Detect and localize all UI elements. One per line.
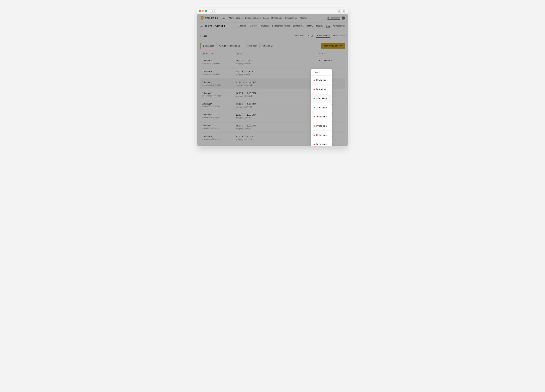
subnav-item[interactable]: ВЭД	[326, 25, 330, 28]
row-sum: 14,00 ₽→1,18 CN¥	[236, 92, 319, 94]
section-title: Счета и платежи	[205, 24, 225, 27]
more-icon[interactable]: ···	[309, 17, 312, 19]
popover-status-label: Исполнена	[316, 106, 327, 109]
subnav-item[interactable]: Выставление счета	[272, 25, 290, 27]
topnav-item[interactable]: Страхование	[285, 17, 297, 19]
exchange-currency-button[interactable]: Обменять валюту	[322, 43, 345, 49]
topnav-item[interactable]: Инвестиции	[271, 17, 283, 19]
chevron-down-icon[interactable]	[342, 17, 345, 19]
arrow-right-icon: →	[244, 125, 246, 127]
row-rate: по курсу 15,00 ₽	[236, 127, 319, 130]
popover-status-label: Отклонена	[316, 134, 327, 136]
filter-button[interactable]: Ожидают исполнения	[217, 43, 243, 49]
popover-status-label: Отклонена	[316, 116, 327, 118]
row-rate: по курсу 15,0943 ₽	[236, 106, 319, 108]
share-icon[interactable]	[337, 10, 341, 12]
row-sum: 80,00 ₽→1,02 $	[236, 135, 319, 138]
row-rate: по курсу 50,00 ₽	[236, 62, 319, 65]
status-dot-icon	[314, 89, 315, 90]
topnav-item[interactable]: Мобайл	[300, 17, 307, 19]
user-prefix: ИП	[328, 17, 330, 19]
topnav-item[interactable]: Банк	[222, 17, 226, 19]
minimize-icon[interactable]	[202, 10, 204, 12]
popover-status-label: Отменена	[316, 88, 326, 90]
filter-button[interactable]: Все заявки	[200, 43, 217, 49]
topnav-item[interactable]: Касса	[263, 17, 269, 19]
user-menu[interactable]: ИП	[328, 17, 340, 19]
titlebar-right	[337, 10, 346, 12]
arrow-right-icon: →	[246, 81, 248, 84]
popover-status-label: Отменена	[316, 79, 326, 81]
row-sum: 15,00 ₽→1,00 CN¥	[236, 124, 319, 127]
popover-status-row[interactable]: Отменена	[311, 84, 332, 94]
subnav-item[interactable]: Контрагенты	[333, 25, 345, 27]
status-dot-icon	[314, 135, 315, 136]
status-dot-icon	[314, 79, 315, 81]
row-date-sub: отклонена 10 января	[202, 116, 236, 118]
subnav-item[interactable]: Платежи	[249, 25, 257, 27]
col-date-header: Дата и срок	[202, 52, 236, 54]
brand-text: ТИНЬКОФФ	[205, 17, 218, 19]
page-tab[interactable]: Обмен валюты	[316, 34, 330, 37]
popover-status-row[interactable]: Отклонена	[311, 121, 332, 130]
page-tabs: КонтрактыСПДОбмен валютыИнтеграции	[295, 34, 345, 37]
row-date: 10 января	[202, 92, 236, 94]
subnav-item[interactable]: Лимиты	[306, 25, 313, 27]
status-dot-icon	[314, 144, 315, 145]
forward-button[interactable]	[213, 10, 216, 12]
popover-status-row[interactable]: Отклонена	[311, 130, 332, 140]
subbar: Счета и платежи ГлавноеПлатежиРепутацияВ…	[197, 23, 348, 29]
subnav-item[interactable]: Тарифы	[316, 25, 323, 27]
tabs-icon[interactable]	[342, 10, 346, 12]
maximize-icon[interactable]	[205, 10, 207, 12]
arrow-right-icon: →	[244, 135, 246, 138]
status-popover: Статус ОтмененаОтмененаИсполненаИсполнен…	[311, 69, 332, 146]
popover-status-row[interactable]: Исполнена	[311, 103, 332, 112]
row-rate: по курсу 78,4314 ₽	[236, 138, 319, 141]
row-date: 10 января	[202, 114, 236, 116]
page-tab[interactable]: Контракты	[295, 34, 305, 37]
arrow-right-icon: →	[244, 70, 246, 73]
close-icon[interactable]	[199, 10, 201, 12]
status-dot-icon	[314, 116, 315, 117]
table-row[interactable]: 19 январяотменена 19 января11,00 ₽→0,22 …	[200, 57, 345, 67]
arrow-right-icon: →	[244, 103, 246, 105]
row-date-sub: отменена 19 января	[202, 62, 236, 64]
row-date: 13 января	[202, 70, 236, 72]
row-date: 10 января	[202, 103, 236, 105]
titlebar	[197, 8, 348, 14]
row-sum: 15,00 ₽→1,00 CN¥	[236, 114, 319, 116]
page-tab[interactable]: Интеграции	[333, 34, 345, 37]
popover-status-row[interactable]: Отменена	[311, 75, 332, 84]
arrow-right-icon: →	[244, 114, 246, 116]
col-sum-header: Сумма	[236, 52, 319, 54]
status-dot-icon	[314, 107, 315, 108]
row-date-sub: отклонена 10 января	[202, 127, 236, 129]
topnav-item[interactable]: Большой бизнес	[245, 17, 261, 19]
subnav-item[interactable]: Репутация	[260, 25, 269, 27]
subnav-item[interactable]: Главное	[239, 25, 246, 27]
sub-navigation: ГлавноеПлатежиРепутацияВыставление счета…	[239, 25, 345, 27]
popover-status-row[interactable]: Отклонена	[311, 140, 332, 146]
logo[interactable]: ТИНЬКОФФ	[200, 16, 218, 20]
filter-button[interactable]: Исполнены	[243, 43, 260, 49]
row-rate: по курсу 50,00 ₽	[236, 73, 319, 76]
popover-status-row[interactable]: Исполнена	[311, 94, 332, 103]
row-date: 19 января	[202, 59, 236, 62]
topnav-item[interactable]: Малый бизнес	[229, 17, 243, 19]
popover-status-row[interactable]: Отклонена	[311, 112, 332, 121]
back-button[interactable]	[209, 10, 213, 12]
row-date: 10 января	[202, 124, 236, 127]
nav-buttons	[209, 10, 216, 12]
menu-icon[interactable]	[200, 25, 203, 27]
subnav-item[interactable]: Документы	[293, 25, 303, 27]
page-tab[interactable]: СПД	[308, 34, 313, 37]
arrow-right-icon: →	[244, 60, 246, 62]
row-sum: 1,18 CN¥→13,74 ₽	[236, 81, 319, 84]
page-title: ВЭД	[200, 34, 207, 38]
logo-shield-icon	[200, 16, 204, 20]
status-dot-icon	[314, 98, 315, 99]
filter-button[interactable]: Отменены	[260, 43, 275, 49]
popover-status-label: Отклонена	[316, 143, 327, 145]
filter-row: Все заявкиОжидают исполненияИсполненыОтм…	[200, 43, 345, 49]
